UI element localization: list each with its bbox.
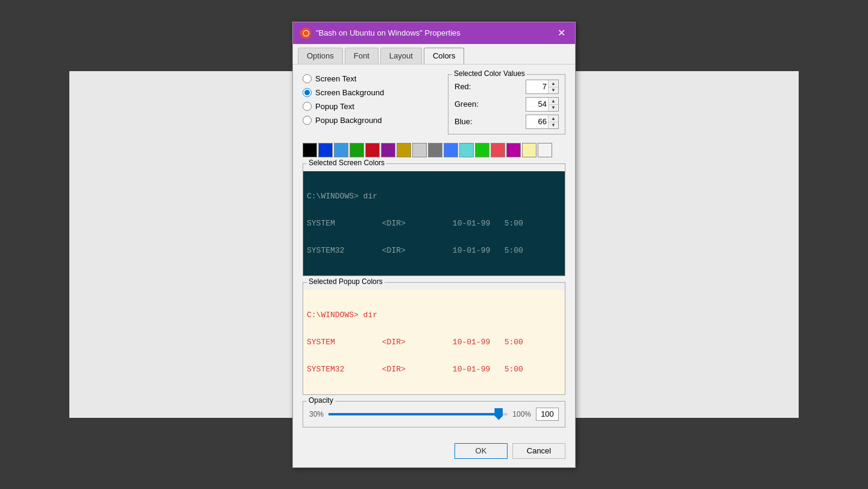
top-section: Screen Text Screen Background Popup Text… <box>303 74 565 134</box>
blue-spinner[interactable]: ▲ ▼ <box>526 115 559 129</box>
tab-bar: Options Font Layout Colors <box>293 44 575 65</box>
opacity-row: 30% 100% 100 <box>309 408 559 421</box>
opacity-max: 100% <box>512 410 531 418</box>
radio-screen-text[interactable]: Screen Text <box>303 74 423 83</box>
radio-screen-background-label: Screen Background <box>315 88 384 97</box>
green-label: Green: <box>454 99 479 109</box>
color-palette <box>303 143 565 157</box>
radio-popup-text[interactable]: Popup Text <box>303 102 423 111</box>
green-spin-down[interactable]: ▼ <box>549 104 558 111</box>
blue-spin-down[interactable]: ▼ <box>549 122 558 128</box>
blue-spin-up[interactable]: ▲ <box>549 115 558 122</box>
desktop-area: ◯ "Bash on Ubuntu on Windows" Properties… <box>69 71 799 418</box>
color-swatch-11[interactable] <box>475 143 489 157</box>
title-bar: ◯ "Bash on Ubuntu on Windows" Properties… <box>293 22 575 44</box>
popup-terminal-preview: C:\WINDOWS> dir SYSTEM <DIR> 10-01-99 5:… <box>303 290 565 394</box>
red-row: Red: ▲ ▼ <box>454 80 559 94</box>
red-input[interactable] <box>526 80 548 93</box>
popup-line-2: SYSTEM <DIR> 10-01-99 5:00 <box>307 338 561 347</box>
opacity-value: 100 <box>541 409 554 418</box>
green-spin-up[interactable]: ▲ <box>549 98 558 104</box>
screen-line-2: SYSTEM <DIR> 10-01-99 5:00 <box>307 219 561 228</box>
screen-terminal-preview: C:\WINDOWS> dir SYSTEM <DIR> 10-01-99 5:… <box>303 171 565 276</box>
color-swatch-1[interactable] <box>318 143 333 157</box>
blue-label: Blue: <box>454 117 473 126</box>
green-row: Green: ▲ ▼ <box>454 97 559 112</box>
screen-colors-body: C:\WINDOWS> dir SYSTEM <DIR> 10-01-99 5:… <box>303 164 565 276</box>
red-label: Red: <box>454 82 471 91</box>
color-swatch-4[interactable] <box>365 143 380 157</box>
close-button[interactable]: ✕ <box>555 27 568 40</box>
red-spin-up[interactable]: ▲ <box>549 80 558 87</box>
popup-line-3: SYSTEM32 <DIR> 10-01-99 5:00 <box>307 365 561 374</box>
opacity-fill <box>329 413 498 415</box>
color-swatch-3[interactable] <box>350 143 364 157</box>
color-swatch-12[interactable] <box>491 143 505 157</box>
color-swatch-6[interactable] <box>397 143 411 157</box>
popup-colors-body: C:\WINDOWS> dir SYSTEM <DIR> 10-01-99 5:… <box>303 283 565 394</box>
color-values-legend: Selected Color Values <box>452 69 527 78</box>
opacity-thumb[interactable] <box>494 408 503 420</box>
opacity-section: Opacity 30% 100% 100 <box>303 401 565 427</box>
green-spin-buttons: ▲ ▼ <box>548 98 558 111</box>
red-spin-down[interactable]: ▼ <box>549 87 558 93</box>
red-spin-buttons: ▲ ▼ <box>548 80 558 93</box>
radio-popup-text-input[interactable] <box>303 102 312 111</box>
color-swatch-2[interactable] <box>334 143 348 157</box>
ok-button[interactable]: OK <box>454 443 508 459</box>
color-swatch-14[interactable] <box>522 143 536 157</box>
radio-screen-text-label: Screen Text <box>315 74 356 83</box>
screen-line-1: C:\WINDOWS> dir <box>307 192 561 201</box>
dialog-content: Screen Text Screen Background Popup Text… <box>293 65 575 437</box>
radio-screen-background[interactable]: Screen Background <box>303 88 423 97</box>
title-bar-left: ◯ "Bash on Ubuntu on Windows" Properties <box>300 28 461 39</box>
color-swatch-9[interactable] <box>444 143 458 157</box>
color-swatch-5[interactable] <box>381 143 395 157</box>
popup-line-1: C:\WINDOWS> dir <box>307 311 561 320</box>
color-swatch-13[interactable] <box>506 143 521 157</box>
cancel-button[interactable]: Cancel <box>512 443 565 459</box>
color-swatch-8[interactable] <box>428 143 442 157</box>
screen-line-3: SYSTEM32 <DIR> 10-01-99 5:00 <box>307 246 561 255</box>
ubuntu-icon: ◯ <box>300 28 311 39</box>
opacity-slider-container[interactable] <box>329 408 508 420</box>
color-swatch-0[interactable] <box>303 143 317 157</box>
popup-colors-legend: Selected Popup Colors <box>307 277 385 286</box>
tab-colors[interactable]: Colors <box>424 48 465 64</box>
radio-popup-background-input[interactable] <box>303 116 312 125</box>
color-swatch-15[interactable] <box>538 143 552 157</box>
radio-group: Screen Text Screen Background Popup Text… <box>303 74 423 125</box>
dialog-footer: OK Cancel <box>293 437 575 467</box>
opacity-inner: 30% 100% 100 <box>303 402 565 427</box>
screen-colors-legend: Selected Screen Colors <box>307 159 386 167</box>
radio-popup-text-label: Popup Text <box>315 102 354 111</box>
green-input[interactable] <box>526 98 548 111</box>
tab-font[interactable]: Font <box>345 48 379 64</box>
radio-screen-text-input[interactable] <box>303 74 312 83</box>
color-swatch-7[interactable] <box>412 143 427 157</box>
blue-row: Blue: ▲ ▼ <box>454 115 559 129</box>
radio-popup-background[interactable]: Popup Background <box>303 116 423 125</box>
color-swatch-10[interactable] <box>459 143 474 157</box>
blue-spin-buttons: ▲ ▼ <box>548 115 558 128</box>
green-spinner[interactable]: ▲ ▼ <box>526 97 559 112</box>
screen-colors-section: Selected Screen Colors C:\WINDOWS> dir S… <box>303 163 565 276</box>
opacity-value-box: 100 <box>536 408 559 421</box>
radio-popup-background-label: Popup Background <box>315 116 382 125</box>
popup-colors-section: Selected Popup Colors C:\WINDOWS> dir SY… <box>303 282 565 395</box>
tab-options[interactable]: Options <box>298 48 343 64</box>
color-values-group: Selected Color Values Red: ▲ ▼ <box>448 74 565 134</box>
blue-input[interactable] <box>526 115 548 128</box>
opacity-track <box>329 413 508 415</box>
dialog-title: "Bash on Ubuntu on Windows" Properties <box>316 28 461 37</box>
opacity-legend: Opacity <box>307 396 335 405</box>
red-spinner[interactable]: ▲ ▼ <box>526 80 559 94</box>
tab-layout[interactable]: Layout <box>380 48 422 64</box>
dialog: ◯ "Bash on Ubuntu on Windows" Properties… <box>292 22 576 468</box>
radio-screen-background-input[interactable] <box>303 88 312 97</box>
opacity-min: 30% <box>309 410 324 418</box>
